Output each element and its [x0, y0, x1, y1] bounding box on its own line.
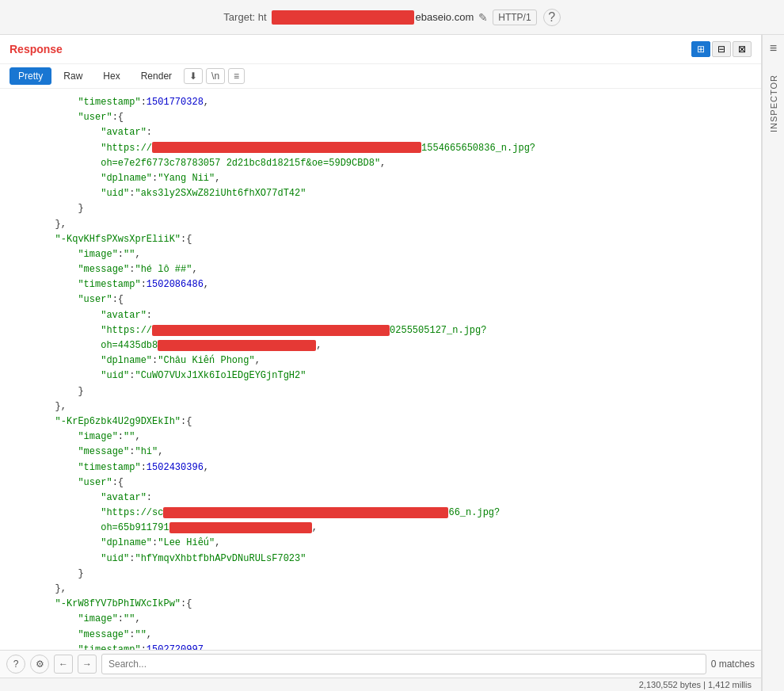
code-area[interactable]: "timestamp":1501770328, "user":{ "avatar…: [0, 89, 761, 650]
code-line: "https://1554665650836_n.jpg?: [0, 141, 761, 156]
code-line: oh=e7e2f6773c78783057 2d21bc8d18215f&oe=…: [0, 156, 761, 171]
code-line: "timestamp":1501770328,: [0, 95, 761, 110]
response-title: Response: [10, 43, 63, 55]
redacted-url-3b: [169, 522, 312, 533]
code-line: "https://sc66_n.jpg?: [0, 506, 761, 521]
code-line: "image":"",: [0, 247, 761, 262]
tab-hex[interactable]: Hex: [94, 67, 128, 85]
code-line: oh=65b911791,: [0, 521, 761, 536]
download-icon-btn[interactable]: ⬇: [184, 68, 203, 84]
redacted-url-3: [163, 507, 448, 518]
help-button[interactable]: ?: [6, 655, 25, 674]
help-icon[interactable]: ?: [543, 9, 561, 26]
format-tabs: Pretty Raw Hex Render ⬇ \n ≡: [0, 64, 761, 89]
code-line: "timestamp":1502720997,: [0, 643, 761, 650]
code-line: "avatar":: [0, 125, 761, 140]
right-sidebar: ≡ INSPECTOR: [762, 35, 784, 691]
matches-count: 0 matches: [711, 659, 755, 670]
code-line: }: [0, 384, 761, 399]
code-line: "user":{: [0, 292, 761, 307]
target-url-suffix: ebaseio.com: [416, 11, 474, 23]
tab-pretty[interactable]: Pretty: [10, 67, 51, 85]
inspector-label: INSPECTOR: [769, 74, 778, 132]
code-line: },: [0, 217, 761, 232]
search-input[interactable]: [101, 654, 706, 674]
bottom-bar: ? ⚙ ← → 0 matches: [0, 650, 761, 678]
target-url: ebaseio.com: [270, 10, 474, 25]
response-header: Response ⊞ ⊟ ⊠: [0, 35, 761, 64]
view-toggle-grid[interactable]: ⊞: [691, 41, 710, 57]
status-bar: 2,130,552 bytes | 1,412 millis: [0, 678, 761, 691]
sidebar-menu-icon[interactable]: ≡: [770, 41, 777, 55]
edit-target-button[interactable]: ✎: [478, 11, 488, 24]
code-line: },: [0, 399, 761, 414]
settings-button[interactable]: ⚙: [30, 655, 49, 674]
view-toggle-list[interactable]: ⊟: [712, 41, 731, 57]
newline-icon-btn[interactable]: \n: [206, 68, 225, 84]
forward-button[interactable]: →: [78, 655, 97, 674]
code-line: "uid":"hfYmqvXhbtfbhAPvDNuRULsF7023": [0, 552, 761, 567]
code-line: "image":"",: [0, 612, 761, 627]
code-line: "avatar":: [0, 308, 761, 323]
target-label: Target: ht: [223, 11, 266, 23]
view-toggle: ⊞ ⊟ ⊠: [691, 41, 752, 57]
tab-raw[interactable]: Raw: [55, 67, 91, 85]
menu-icon-btn[interactable]: ≡: [228, 68, 245, 84]
redacted-url-2b: [158, 340, 316, 351]
code-line: "-KrW8fYV7bPhIWXcIkPw":{: [0, 597, 761, 612]
http-version-badge[interactable]: HTTP/1: [493, 10, 536, 25]
code-line: "timestamp":1502430396,: [0, 460, 761, 475]
code-line: "timestamp":1502086486,: [0, 277, 761, 292]
code-line: "-KrEp6zbk4U2g9DXEkIh":{: [0, 414, 761, 429]
status-text: 2,130,552 bytes | 1,412 millis: [639, 680, 752, 689]
redacted-url-1: [152, 142, 421, 153]
code-line: "dplname":"Yang Nii",: [0, 171, 761, 186]
code-line: "avatar":: [0, 491, 761, 506]
code-line: "user":{: [0, 475, 761, 491]
code-line: "message":"hi",: [0, 445, 761, 460]
code-line: "https://0255505127_n.jpg?: [0, 323, 761, 338]
code-line: "uid":"aks3ly2SXwZ82iUht6fhXO77dT42": [0, 186, 761, 201]
code-line: }: [0, 567, 761, 582]
target-url-redacted: [272, 10, 414, 25]
code-line: "image":"",: [0, 429, 761, 445]
code-line: }: [0, 201, 761, 216]
main-layout: Response ⊞ ⊟ ⊠ Pretty Raw Hex Render ⬇ \…: [0, 35, 784, 691]
code-line: "message":"hé lô ##",: [0, 262, 761, 277]
code-line: "-KqvKHfsPXwsXprEliiK":{: [0, 232, 761, 247]
code-line: oh=4435db8,: [0, 338, 761, 353]
back-button[interactable]: ←: [54, 655, 73, 674]
code-line: "dplname":"Châu Kiến Phong",: [0, 353, 761, 368]
tab-render[interactable]: Render: [132, 67, 181, 85]
redacted-url-2: [152, 325, 390, 336]
view-toggle-columns[interactable]: ⊠: [733, 41, 752, 57]
code-line: "message":"",: [0, 628, 761, 643]
code-line: "dplname":"Lee Hiếu",: [0, 536, 761, 551]
top-bar: Target: ht ebaseio.com ✎ HTTP/1 ?: [0, 0, 784, 35]
code-line: },: [0, 582, 761, 597]
code-line: "uid":"CuWO7VUxJ1Xk6IolEDgEYGjnTgH2": [0, 368, 761, 384]
left-panel: Response ⊞ ⊟ ⊠ Pretty Raw Hex Render ⬇ \…: [0, 35, 762, 691]
code-line: "user":{: [0, 110, 761, 125]
